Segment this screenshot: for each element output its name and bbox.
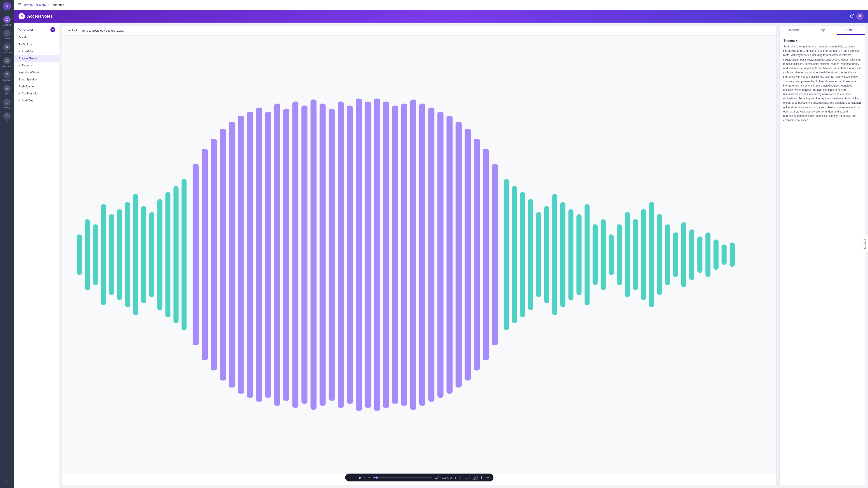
svg-rect-53 (419, 103, 426, 405)
back-button[interactable]: ◀ Back (66, 28, 80, 33)
download-button[interactable]: ⬇ (480, 476, 483, 480)
rewind-button[interactable]: ⏮ (350, 476, 353, 480)
player-controls: ⏮ | ▶ | ⏭ 🔊 00:14 (345, 474, 493, 482)
svg-rect-20 (125, 202, 130, 307)
nav-dashboard[interactable]: Dashboard (0, 41, 14, 55)
sidebar-item-audioname[interactable]: AudioName (14, 83, 59, 90)
nav-admin[interactable]: Admin (0, 28, 14, 41)
content-area: Panorama + DocHub To-Do List ▶ AutoPilot… (14, 23, 868, 488)
svg-rect-75 (609, 234, 614, 275)
svg-point-0 (6, 18, 7, 20)
svg-rect-24 (157, 199, 162, 310)
nav-inbox[interactable]: Inbox (0, 83, 14, 97)
help-icon (3, 112, 11, 120)
user-avatar[interactable]: P (856, 13, 864, 20)
nav-help-label: Help (5, 120, 9, 123)
svg-rect-56 (446, 116, 453, 394)
tab-genai[interactable]: Gen AI (837, 26, 865, 35)
breadcrumb-separator: > (48, 3, 49, 6)
feedback-tab[interactable]: Feedback (863, 236, 868, 252)
sidebar-item-widget[interactable]: Website Widget (14, 69, 59, 76)
accessnotes-header: S AccessNotes P (14, 10, 868, 23)
svg-rect-21 (133, 194, 138, 315)
svg-rect-77 (625, 213, 630, 297)
waveform-svg (67, 40, 772, 469)
svg-rect-50 (392, 105, 398, 403)
sidebar-item-smartspeaker[interactable]: SmartSpeaker (14, 76, 59, 83)
breadcrumb-parent[interactable]: Intro to Sociology (24, 3, 46, 6)
time-display: 00:14 / 06:32 (441, 476, 456, 479)
svg-rect-64 (520, 192, 525, 317)
svg-rect-63 (512, 186, 517, 323)
svg-rect-71 (577, 215, 581, 295)
speed-button[interactable]: 1x (472, 476, 477, 480)
svg-rect-68 (552, 194, 557, 315)
replay-button[interactable]: ↺ (459, 476, 461, 480)
progress-bar[interactable] (373, 477, 432, 478)
svg-rect-2 (6, 46, 7, 47)
svg-rect-28 (193, 164, 199, 345)
fast-forward-button[interactable]: ⏭ (368, 476, 371, 480)
nav-account[interactable]: Account (0, 14, 14, 28)
sidebar-item-todo[interactable]: To-Do List (14, 41, 59, 48)
svg-rect-85 (689, 230, 694, 280)
svg-rect-15 (85, 219, 90, 290)
cc-button[interactable]: CC (464, 476, 469, 480)
svg-rect-31 (220, 129, 226, 381)
svg-rect-86 (698, 236, 702, 273)
svg-rect-44 (338, 102, 344, 408)
chevron-right-icon: ▶ (19, 50, 20, 53)
collapse-nav-button[interactable]: ← (3, 477, 11, 486)
external-link-icon[interactable] (850, 14, 854, 19)
inbox-icon (3, 85, 11, 92)
summary-text: Summary: Literary theory, an interdiscip… (783, 44, 862, 123)
svg-rect-67 (544, 206, 549, 303)
svg-rect-14 (77, 234, 82, 275)
svg-rect-17 (101, 204, 106, 305)
svg-rect-60 (483, 149, 489, 360)
nav-courses[interactable]: Courses (0, 55, 14, 69)
svg-rect-47 (365, 102, 371, 408)
sidebar-item-configuration[interactable]: ▶ Configuration (14, 90, 59, 97)
nav-calendar[interactable]: Calendar (0, 69, 14, 83)
svg-rect-38 (283, 109, 289, 401)
breadcrumb: Intro to Sociology > Panorama (24, 3, 64, 6)
nav-history-label: History (4, 106, 10, 109)
svg-rect-29 (202, 149, 208, 360)
chevron-right-icon-config: ▶ (19, 92, 20, 95)
breadcrumb-current: Panorama (51, 3, 64, 6)
audio-filename: Intro to Sociology Lecture 1.wav (82, 29, 124, 32)
svg-rect-59 (474, 139, 480, 370)
nav-help[interactable]: Help (0, 110, 14, 124)
sidebar-item-accessnotes[interactable]: AccessNotes (14, 55, 59, 62)
info-panel: Transcript Tags Gen AI Summary Summary: … (779, 25, 865, 485)
sidebar-item-dochub[interactable]: DocHub (14, 34, 59, 41)
svg-rect-35 (256, 107, 262, 401)
svg-line-13 (852, 14, 854, 16)
sidebar-section-title: Panorama + (14, 25, 59, 34)
svg-rect-74 (600, 219, 606, 290)
more-options-button[interactable]: ⋯ (486, 476, 489, 480)
svg-rect-32 (229, 122, 235, 388)
sidebar-item-reports[interactable]: ▶ Reports (14, 62, 59, 69)
header-actions: P (850, 13, 864, 20)
sidebar-item-addons[interactable]: ▶ Add-Ons (14, 97, 59, 104)
tab-tags[interactable]: Tags (808, 26, 837, 35)
tab-transcript[interactable]: Transcript (780, 26, 808, 35)
nav-history[interactable]: History (0, 97, 14, 110)
add-section-button[interactable]: + (51, 27, 55, 32)
svg-rect-5 (7, 47, 8, 48)
chevron-right-icon-reports: ▶ (19, 64, 20, 67)
sidebar-item-autopilot[interactable]: ▶ AutoPilot (14, 48, 59, 55)
play-button[interactable]: ▶ (359, 475, 362, 480)
accessnotes-wrapper: S AccessNotes P Panorama + DocHub (14, 10, 868, 488)
svg-rect-70 (568, 209, 574, 300)
svg-rect-19 (117, 209, 122, 300)
nav-bottom: ← (3, 477, 11, 486)
volume-button[interactable]: 🔊 (435, 476, 439, 480)
svg-rect-57 (456, 122, 462, 388)
svg-rect-39 (292, 102, 298, 408)
nav-inbox-label: Inbox (4, 93, 9, 95)
audio-panel: ◀ Back Intro to Sociology Lecture 1.wav (62, 25, 777, 485)
hamburger-button[interactable]: ☰ (18, 2, 21, 7)
